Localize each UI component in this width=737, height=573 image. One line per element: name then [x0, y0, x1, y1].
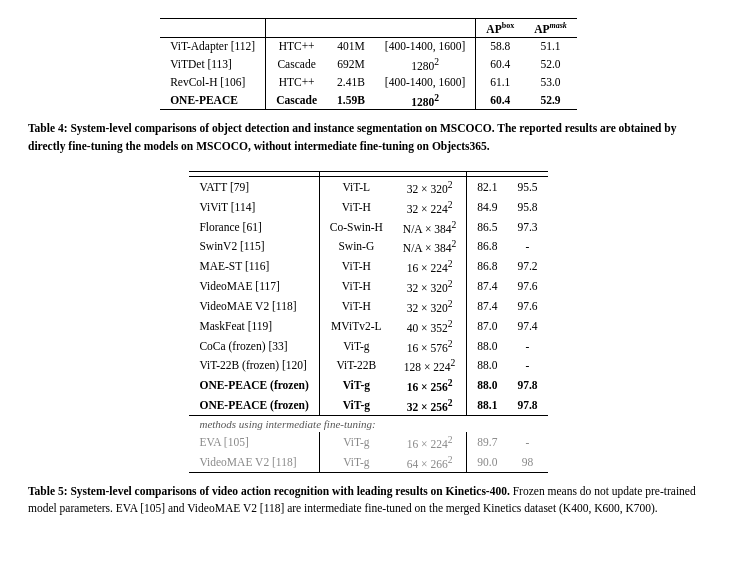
table4-caption: Table 4: System-level comparisons of obj… — [28, 120, 709, 155]
cell-top1: 87.4 — [467, 276, 508, 296]
cell-top5: - — [507, 236, 547, 256]
cell-apbox: 58.8 — [476, 37, 524, 54]
cell-top5: 97.8 — [507, 395, 547, 415]
cell-apbox: 60.4 — [476, 90, 524, 110]
cell-detector: Cascade — [266, 54, 327, 74]
cell-imagesize: [400-1400, 1600] — [375, 74, 476, 90]
cell-backbone: Swin-G — [319, 236, 393, 256]
col-apbox: APbox — [476, 19, 524, 38]
table-row: Florance [61]Co-Swin-HN/A × 384286.597.3 — [189, 217, 547, 237]
cell-top5: 97.8 — [507, 375, 547, 395]
cell-inputsize: 16 × 5762 — [393, 336, 467, 356]
cell-detector: HTC++ — [266, 37, 327, 54]
cell-top1: 90.0 — [467, 452, 508, 472]
cell-method: CoCa (frozen) [33] — [189, 336, 319, 356]
cell-top5: 98 — [507, 452, 547, 472]
cell-top1: 82.1 — [467, 176, 508, 196]
cell-method: VATT [79] — [189, 176, 319, 196]
cell-method: SwinV2 [115] — [189, 236, 319, 256]
table-row: CoCa (frozen) [33]ViT-g16 × 576288.0- — [189, 336, 547, 356]
cell-inputsize: 32 × 2562 — [393, 395, 467, 415]
cell-params: 692M — [327, 54, 375, 74]
table-row: ONE-PEACE (frozen)ViT-g16 × 256288.097.8 — [189, 375, 547, 395]
cell-top5: 97.6 — [507, 296, 547, 316]
table-row: ViViT [114]ViT-H32 × 224284.995.8 — [189, 197, 547, 217]
col-imagesize — [375, 19, 476, 38]
cell-inputsize: 40 × 3522 — [393, 316, 467, 336]
cell-top1: 88.0 — [467, 355, 508, 375]
cell-backbone: ViT-g — [319, 432, 393, 452]
table-row: MAE-ST [116]ViT-H16 × 224286.897.2 — [189, 256, 547, 276]
cell-apmask: 53.0 — [524, 74, 577, 90]
cell-inputsize: 16 × 2242 — [393, 432, 467, 452]
table-row-intermediate-label: methods using intermediate fine-tuning: — [189, 415, 547, 432]
cell-top5: 95.5 — [507, 176, 547, 196]
cell-apmask: 51.1 — [524, 37, 577, 54]
cell-detector: Cascade — [266, 90, 327, 110]
intermediate-label: methods using intermediate fine-tuning: — [189, 415, 547, 432]
cell-method: MAE-ST [116] — [189, 256, 319, 276]
cell-inputsize: 64 × 2662 — [393, 452, 467, 472]
cell-top1: 86.8 — [467, 236, 508, 256]
table-row: ONE-PEACECascade1.59B1280260.452.9 — [160, 90, 577, 110]
cell-top5: 97.2 — [507, 256, 547, 276]
table-row: VideoMAE [117]ViT-H32 × 320287.497.6 — [189, 276, 547, 296]
cell-top5: 95.8 — [507, 197, 547, 217]
cell-apbox: 61.1 — [476, 74, 524, 90]
cell-inputsize: 32 × 3202 — [393, 176, 467, 196]
cell-apmask: 52.0 — [524, 54, 577, 74]
cell-params: 1.59B — [327, 90, 375, 110]
cell-top1: 88.0 — [467, 375, 508, 395]
table-row: ViTDet [113]Cascade692M1280260.452.0 — [160, 54, 577, 74]
cell-inputsize: 16 × 2242 — [393, 256, 467, 276]
cell-top1: 88.0 — [467, 336, 508, 356]
cell-top5: - — [507, 355, 547, 375]
cell-top5: - — [507, 432, 547, 452]
cell-top1: 86.8 — [467, 256, 508, 276]
cell-backbone: ViT-g — [319, 452, 393, 472]
cell-imagesize: 12802 — [375, 90, 476, 110]
cell-backbone: ViT-H — [319, 296, 393, 316]
cell-method: ViT-22B (frozen) [120] — [189, 355, 319, 375]
cell-top1: 87.4 — [467, 296, 508, 316]
cell-method: Florance [61] — [189, 217, 319, 237]
table-row: ViT-22B (frozen) [120]ViT-22B128 × 22428… — [189, 355, 547, 375]
cell-backbone: ViT-H — [319, 197, 393, 217]
table-row: ONE-PEACE (frozen)ViT-g32 × 256288.197.8 — [189, 395, 547, 415]
cell-method: ONE-PEACE (frozen) — [189, 375, 319, 395]
table5-container: VATT [79]ViT-L32 × 320282.195.5ViViT [11… — [24, 171, 713, 473]
cell-inputsize: N/A × 3842 — [393, 236, 467, 256]
cell-top1: 87.0 — [467, 316, 508, 336]
cell-inputsize: 16 × 2562 — [393, 375, 467, 395]
cell-backbone: ViT-H — [319, 276, 393, 296]
cell-top5: 97.6 — [507, 276, 547, 296]
cell-params: 2.41B — [327, 74, 375, 90]
cell-method: VideoMAE V2 [118] — [189, 452, 319, 472]
cell-backbone: Co-Swin-H — [319, 217, 393, 237]
table5: VATT [79]ViT-L32 × 320282.195.5ViViT [11… — [189, 171, 547, 473]
col-method — [160, 19, 266, 38]
cell-apmask: 52.9 — [524, 90, 577, 110]
cell-top1: 88.1 — [467, 395, 508, 415]
col-apmask: APmask — [524, 19, 577, 38]
cell-method: ViViT [114] — [189, 197, 319, 217]
table4: APbox APmask ViT-Adapter [112]HTC++401M[… — [160, 18, 577, 110]
cell-backbone: ViT-g — [319, 336, 393, 356]
cell-top5: - — [507, 336, 547, 356]
cell-inputsize: 32 × 2242 — [393, 197, 467, 217]
col-params — [327, 19, 375, 38]
cell-backbone: ViT-H — [319, 256, 393, 276]
cell-apbox: 60.4 — [476, 54, 524, 74]
table-row: ViT-Adapter [112]HTC++401M[400-1400, 160… — [160, 37, 577, 54]
cell-method: VideoMAE V2 [118] — [189, 296, 319, 316]
cell-inputsize: 32 × 3202 — [393, 296, 467, 316]
table5-caption: Table 5: System-level comparisons of vid… — [28, 483, 709, 518]
table-row: RevCol-H [106]HTC++2.41B[400-1400, 1600]… — [160, 74, 577, 90]
cell-backbone: ViT-L — [319, 176, 393, 196]
table-row-intermediate: VideoMAE V2 [118]ViT-g64 × 266290.098 — [189, 452, 547, 472]
cell-backbone: ViT-22B — [319, 355, 393, 375]
table-row: VATT [79]ViT-L32 × 320282.195.5 — [189, 176, 547, 196]
table4-container: APbox APmask ViT-Adapter [112]HTC++401M[… — [24, 18, 713, 110]
cell-detector: HTC++ — [266, 74, 327, 90]
cell-inputsize: 128 × 2242 — [393, 355, 467, 375]
